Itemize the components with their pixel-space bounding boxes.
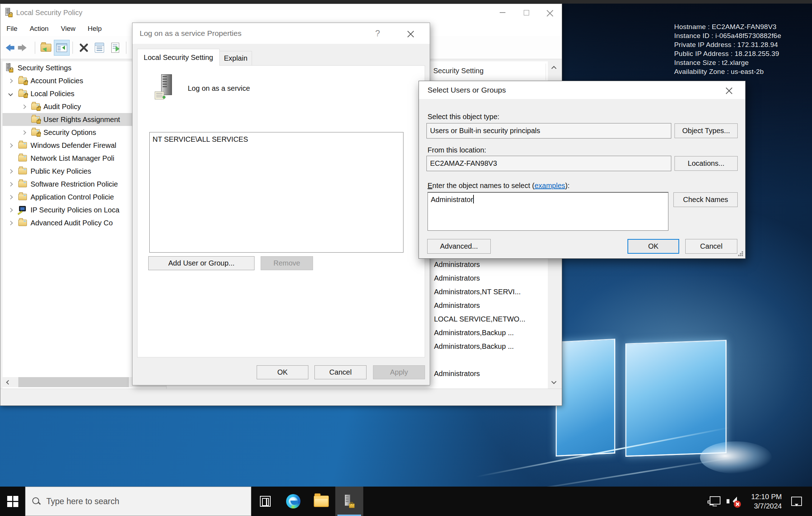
label-text: ):: [565, 182, 570, 189]
resize-grip[interactable]: [738, 251, 743, 256]
chevron-right-icon[interactable]: [8, 79, 13, 83]
members-listbox[interactable]: NT SERVICE\ALL SERVICES: [149, 132, 403, 253]
chevron-right-icon[interactable]: [8, 208, 13, 212]
menu-action[interactable]: Action: [24, 21, 55, 36]
title-bar[interactable]: Local Security Policy: [0, 4, 562, 21]
taskbar: Type here to search 12:10 PM 3/7/2024: [0, 487, 812, 516]
scroll-left-arrow[interactable]: [3, 377, 13, 387]
properties-button[interactable]: [92, 40, 107, 56]
delete-x-icon: [79, 43, 88, 52]
folder-lock-icon: [31, 129, 40, 136]
check-names-button[interactable]: Check Names: [673, 192, 738, 207]
menu-view[interactable]: View: [55, 21, 81, 36]
cancel-button[interactable]: Cancel: [685, 239, 737, 254]
tree-item-label: Advanced Audit Policy Co: [31, 219, 113, 227]
advanced-button[interactable]: Advanced...: [427, 239, 491, 254]
add-user-or-group-button[interactable]: Add User or Group...: [148, 256, 255, 270]
file-explorer-icon: [314, 496, 329, 507]
close-button[interactable]: [538, 4, 562, 21]
windows-logo-right-pane: [625, 340, 727, 457]
close-button[interactable]: [402, 23, 420, 44]
chevron-right-icon[interactable]: [22, 104, 26, 109]
file-explorer-taskbar-button[interactable]: [307, 487, 335, 516]
menu-help[interactable]: Help: [81, 21, 108, 36]
up-one-level-button[interactable]: [38, 40, 54, 56]
export-list-button[interactable]: [107, 40, 123, 56]
clock-date: 3/7/2024: [751, 501, 782, 511]
info-private-ip: Private IP Address : 172.31.28.94: [674, 40, 781, 49]
cancel-button[interactable]: Cancel: [314, 365, 367, 379]
label-text: nter the object names to select (: [432, 182, 535, 189]
tab-page: Log on as a service NT SERVICE\ALL SERVI…: [137, 65, 425, 357]
toolbar-separator: [35, 42, 35, 54]
toolbar-separator: [73, 42, 73, 54]
tree-item-label: User Rights Assignment: [43, 116, 120, 124]
scrollbar-thumb[interactable]: [18, 377, 129, 387]
export-list-icon: [111, 43, 119, 53]
action-center-button[interactable]: [791, 487, 812, 516]
search-icon: [32, 497, 41, 506]
menu-file[interactable]: File: [0, 21, 24, 36]
help-button[interactable]: ?: [369, 23, 387, 44]
tab-explain[interactable]: Explain: [220, 51, 252, 66]
chevron-right-icon[interactable]: [22, 130, 26, 135]
edge-taskbar-button[interactable]: [279, 487, 307, 516]
object-types-button[interactable]: Object Types...: [675, 123, 738, 138]
list-item[interactable]: NT SERVICE\ALL SERVICES: [153, 134, 400, 144]
folder-icon: [18, 220, 27, 226]
window-title: Local Security Policy: [16, 9, 83, 17]
volume-tray-button[interactable]: [723, 487, 743, 516]
chevron-right-icon[interactable]: [8, 195, 13, 200]
network-icon: [708, 496, 720, 506]
ok-button[interactable]: OK: [257, 365, 308, 379]
examples-link[interactable]: examples: [535, 182, 565, 189]
edge-icon: [286, 494, 300, 508]
chevron-right-icon[interactable]: [8, 221, 13, 225]
close-button[interactable]: [719, 81, 739, 99]
forward-button[interactable]: [16, 40, 32, 56]
folder-icon: [18, 142, 27, 149]
chevron-up-icon: [551, 66, 556, 71]
locations-button[interactable]: Locations...: [675, 156, 738, 171]
scroll-up-arrow[interactable]: [548, 61, 560, 74]
folder-lock-icon: [31, 103, 40, 110]
close-icon: [547, 9, 553, 16]
task-view-button[interactable]: [251, 487, 279, 516]
chevron-right-icon[interactable]: [8, 182, 13, 187]
info-instance-id: Instance ID : i-065a48f5730882f6e: [674, 31, 781, 40]
object-names-value: Administrator: [431, 196, 473, 203]
show-hide-console-tree-button[interactable]: [54, 40, 70, 56]
object-type-field: Users or Built-in security principals: [426, 123, 671, 139]
object-names-input[interactable]: Administrator: [428, 192, 668, 231]
dialog-title-bar[interactable]: Select Users or Groups: [419, 81, 745, 99]
minimize-button[interactable]: [491, 4, 514, 21]
tab-local-security-setting[interactable]: Local Security Setting: [137, 49, 220, 66]
start-button[interactable]: [0, 487, 25, 516]
column-header-label[interactable]: Security Setting: [433, 67, 484, 75]
back-icon: [2, 44, 14, 51]
up-folder-icon: [41, 44, 51, 52]
ok-button[interactable]: OK: [627, 239, 679, 254]
folder-lock-icon: [31, 116, 40, 123]
tree-item-label: Windows Defender Firewal: [31, 141, 116, 150]
delete-button[interactable]: [76, 40, 92, 56]
network-tray-button[interactable]: [704, 487, 723, 516]
apply-button: Apply: [373, 365, 425, 379]
toolbar-separator: [126, 42, 126, 54]
scroll-down-arrow[interactable]: [548, 376, 560, 389]
local-security-policy-taskbar-button[interactable]: [335, 487, 363, 516]
chevron-down-icon[interactable]: [8, 92, 13, 96]
search-placeholder: Type here to search: [46, 497, 119, 506]
tree-item-label: Network List Manager Poli: [31, 154, 114, 163]
back-button[interactable]: [0, 40, 16, 56]
folder-icon: [18, 168, 27, 174]
tree-item-label: Local Policies: [31, 90, 74, 98]
maximize-button[interactable]: [514, 4, 538, 21]
taskbar-clock[interactable]: 12:10 PM 3/7/2024: [751, 492, 782, 511]
tree-item-label: IP Security Policies on Loca: [31, 206, 120, 214]
taskbar-search-box[interactable]: Type here to search: [25, 487, 251, 516]
volume-muted-icon: [727, 496, 739, 507]
tree-item-label: Application Control Policie: [31, 193, 114, 201]
chevron-right-icon[interactable]: [8, 169, 13, 174]
chevron-right-icon[interactable]: [8, 143, 13, 148]
